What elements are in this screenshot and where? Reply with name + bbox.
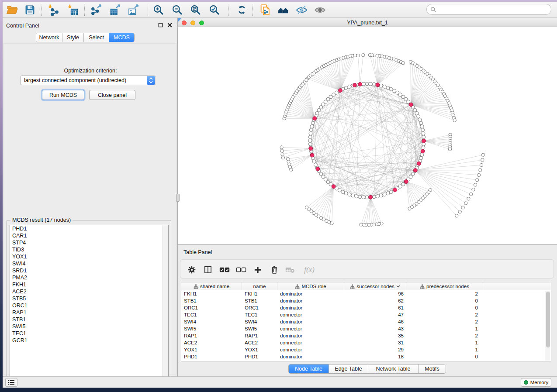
cell-predecessor-nodes: 1 <box>406 339 483 346</box>
memory-button[interactable]: Memory <box>521 378 551 387</box>
cell-predecessor-nodes: 0 <box>406 353 483 360</box>
delete-column-button[interactable] <box>268 265 281 275</box>
zoom-out-button[interactable] <box>170 3 184 17</box>
mcds-result-item[interactable]: FKH1 <box>10 281 168 288</box>
search-input[interactable] <box>436 5 551 14</box>
control-panel: Control Panel NetworkStyleSelectMCDS Opt… <box>3 18 178 376</box>
mcds-result-item[interactable]: STP4 <box>10 239 168 246</box>
first-neighbors-button[interactable] <box>276 3 291 17</box>
save-session-button[interactable] <box>22 3 37 17</box>
column-header-successor-nodes[interactable]: successor nodes <box>344 282 406 290</box>
gear-icon <box>187 265 196 274</box>
export-table-button[interactable] <box>107 3 122 17</box>
cell-shared-name: YOX1 <box>181 346 242 353</box>
add-column-button[interactable] <box>251 265 264 275</box>
zoom-fit-button[interactable] <box>188 3 203 17</box>
tab-motifs[interactable]: Motifs <box>419 364 446 373</box>
column-header-label: successor nodes <box>356 284 394 289</box>
cell-name: PHD1 <box>242 353 277 360</box>
mcds-result-item[interactable]: GCR1 <box>10 337 168 344</box>
zoom-out-icon <box>172 4 183 15</box>
table-row[interactable]: RAP1RAP1dominator352 <box>181 332 545 339</box>
tab-node-table[interactable]: Node Table <box>289 364 329 373</box>
run-mcds-button[interactable]: Run MCDS <box>42 90 84 100</box>
tab-edge-table[interactable]: Edge Table <box>329 364 368 373</box>
mcds-result-item[interactable]: RAP1 <box>10 309 168 316</box>
refresh-view-button[interactable] <box>234 3 249 17</box>
panel-menu-button[interactable] <box>5 378 17 387</box>
export-network-button[interactable] <box>89 3 104 17</box>
column-header-shared-name[interactable]: shared name <box>181 282 242 290</box>
criterion-select[interactable]: largest connected component (undirected) <box>20 76 156 85</box>
mcds-result-item[interactable]: STB1 <box>10 316 168 323</box>
select-all-rows-button[interactable] <box>218 265 231 275</box>
column-header-name[interactable]: name <box>242 282 277 290</box>
mcds-result-item[interactable]: YOX1 <box>10 253 168 260</box>
column-settings-button[interactable] <box>185 265 198 275</box>
zoom-in-button[interactable] <box>151 3 166 17</box>
mcds-result-item[interactable]: ORC1 <box>10 302 168 309</box>
zoom-selected-button[interactable] <box>207 3 221 17</box>
tab-network-table[interactable]: Network Table <box>368 364 419 373</box>
cell-predecessor-nodes: 1 <box>406 346 483 353</box>
deselect-all-rows-button[interactable] <box>235 265 248 275</box>
close-panel-icon[interactable] <box>166 22 173 28</box>
mcds-result-item[interactable]: PMA2 <box>10 274 168 281</box>
import-table-button[interactable] <box>65 3 80 17</box>
table-scrollbar[interactable] <box>545 291 550 361</box>
column-header-mcds-role[interactable]: MCDS role <box>277 282 344 290</box>
table-row[interactable]: STB1STB1dominator620 <box>181 297 545 304</box>
new-network-from-selection-button[interactable] <box>258 3 273 17</box>
table-scrollbar-thumb[interactable] <box>546 292 550 347</box>
split-panel-button[interactable] <box>201 265 214 275</box>
table-row[interactable]: FKH1FKH1dominator962 <box>181 290 545 297</box>
network-canvas[interactable] <box>178 27 557 244</box>
delete-table-button[interactable] <box>284 265 297 275</box>
mcds-result-item[interactable]: SWI4 <box>10 260 168 267</box>
mcds-result-item[interactable]: STB5 <box>10 295 168 302</box>
tab-network[interactable]: Network <box>36 33 62 42</box>
export-image-button[interactable] <box>126 3 141 17</box>
select-stepper-icon <box>147 76 155 85</box>
table-row[interactable]: TEC1TEC1connector472 <box>181 311 545 318</box>
table-row[interactable]: SWI5SWI5connector431 <box>181 325 545 332</box>
table-row[interactable]: PHD1PHD1dominator180 <box>181 353 545 360</box>
mcds-result-item[interactable]: PHD1 <box>10 225 168 232</box>
cell-successor-nodes: 46 <box>344 318 406 325</box>
cell-name: TEC1 <box>242 311 277 318</box>
criterion-selected-value: largest connected component (undirected) <box>21 77 147 83</box>
mcds-list-scrollbar[interactable] <box>163 225 168 378</box>
tab-mcds[interactable]: MCDS <box>109 33 134 42</box>
open-file-button[interactable] <box>4 3 19 17</box>
hide-selected-button[interactable] <box>294 3 309 17</box>
cell-name: ORC1 <box>242 304 277 311</box>
cell-shared-name: ACE2 <box>181 339 242 346</box>
table-row[interactable]: YOX1YOX1connector291 <box>181 346 545 353</box>
table-panel-tabs: Node TableEdge TableNetwork TableMotifs <box>288 364 446 374</box>
show-all-button[interactable] <box>312 3 327 17</box>
cell-mcds-role: dominator <box>277 297 344 304</box>
close-panel-button[interactable]: Close panel <box>89 90 135 100</box>
mcds-result-item[interactable]: CAR1 <box>10 232 168 239</box>
mcds-result-item[interactable]: SWI5 <box>10 323 168 330</box>
function-builder-button[interactable]: f(x) <box>300 265 318 275</box>
cell-shared-name: ORC1 <box>181 304 242 311</box>
refresh-icon <box>236 4 247 15</box>
column-header-predecessor-nodes[interactable]: predecessor nodes <box>406 282 483 290</box>
mcds-result-list[interactable]: PHD1CAR1STP4TID3YOX1SWI4SRD1PMA2FKH1ACE2… <box>10 225 169 379</box>
panel-splitter-handle[interactable] <box>176 194 180 202</box>
select-all-icon <box>219 266 230 273</box>
network-window-titlebar[interactable]: YPA_prune.txt_1 <box>178 18 557 27</box>
new-network-from-selection-icon <box>259 4 271 16</box>
float-panel-icon[interactable] <box>157 22 163 28</box>
table-row[interactable]: SWI4SWI4dominator462 <box>181 318 545 325</box>
table-row[interactable]: ORC1ORC1dominator610 <box>181 304 545 311</box>
tab-style[interactable]: Style <box>62 33 84 42</box>
import-network-button[interactable] <box>45 3 60 17</box>
tab-select[interactable]: Select <box>84 33 109 42</box>
mcds-result-item[interactable]: SRD1 <box>10 267 168 274</box>
table-row[interactable]: ACE2ACE2connector311 <box>181 339 545 346</box>
mcds-result-item[interactable]: TEC1 <box>10 330 168 337</box>
mcds-result-item[interactable]: ACE2 <box>10 288 168 295</box>
mcds-result-item[interactable]: TID3 <box>10 246 168 253</box>
